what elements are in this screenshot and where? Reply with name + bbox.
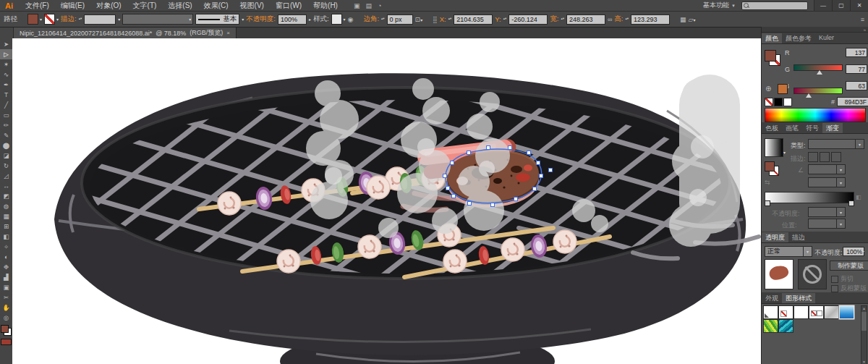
gradient-stop-start[interactable] (765, 200, 770, 206)
gradient-position-dropdown[interactable]: ▾ (808, 219, 846, 229)
lasso-tool[interactable]: ∿ (0, 69, 12, 80)
make-mask-button[interactable]: 制作蒙版 (830, 261, 868, 271)
reference-point-icon[interactable]: ⣿ (433, 16, 438, 23)
blob-brush-tool[interactable]: ⬤ (0, 140, 12, 151)
menu-item[interactable]: 编辑(E) (55, 1, 90, 11)
invert-mask-checkbox[interactable] (831, 285, 838, 292)
width-stepper[interactable]: ▴▾ (561, 17, 564, 21)
blend-mode-dropdown[interactable]: 正常▾ (765, 246, 812, 257)
opacity-value-field[interactable]: 100% (843, 247, 864, 256)
stroke-weight-link[interactable]: 描边: (61, 14, 77, 24)
reverse-gradient-icon[interactable]: ⇆ (765, 179, 770, 186)
stroke-color-swatch[interactable] (44, 14, 55, 25)
y-field[interactable]: -260.124 (509, 14, 548, 25)
x-field[interactable]: 2104.635 (454, 14, 493, 25)
menu-item[interactable]: 帮助(H) (307, 1, 344, 11)
menu-item[interactable]: 文字(T) (127, 1, 163, 11)
gradient-fill-stroke-proxy[interactable] (765, 161, 779, 176)
stroke-within-icon[interactable] (808, 152, 818, 162)
stroke-along-icon[interactable] (820, 152, 830, 162)
panel-tab[interactable]: 颜色 (762, 33, 782, 43)
blend-tool[interactable]: ◐ (0, 252, 12, 262)
transform-icon[interactable]: ▦ (680, 16, 686, 23)
cs-live-icon[interactable]: ◔ (378, 2, 381, 9)
clip-checkbox[interactable] (831, 276, 838, 283)
gradient-type-dropdown[interactable]: ▾ (808, 139, 864, 149)
slice-tool[interactable]: ✂ (0, 292, 12, 302)
gradient-tool[interactable]: ◧ (0, 232, 12, 242)
brush-definition-dropdown[interactable]: 基本 (195, 14, 239, 25)
mask-thumbnail-slot[interactable] (798, 259, 827, 289)
selection-tool[interactable]: ➤ (0, 39, 12, 49)
fill-proxy-swatch[interactable] (765, 161, 775, 172)
menu-item[interactable]: 窗口(W) (270, 1, 307, 11)
panel-tab[interactable]: Kuler (815, 33, 838, 43)
scroll-thumb[interactable] (861, 312, 867, 331)
gradient-thumbnail[interactable] (765, 138, 783, 157)
panel-tab[interactable]: 渐变 (822, 123, 843, 133)
style-none-fill[interactable] (779, 306, 793, 318)
workspace-switcher[interactable]: 基本功能 ▼ (703, 1, 736, 10)
pencil-tool[interactable]: ✎ (0, 130, 12, 140)
channel-slider[interactable] (793, 64, 843, 71)
line-segment-tool[interactable]: ╱ (0, 100, 12, 110)
scroll-up-icon[interactable]: ▲ (861, 306, 867, 310)
white-swatch[interactable] (783, 98, 792, 106)
style-white[interactable] (794, 306, 808, 318)
channel-slider[interactable] (793, 88, 843, 94)
panel-tab[interactable]: 符号 (802, 123, 822, 133)
style-default[interactable] (764, 306, 778, 318)
eyedropper-tool[interactable]: ✧ (0, 242, 12, 252)
menu-item[interactable]: 对象(O) (90, 1, 127, 11)
channel-value-field[interactable]: 77 (846, 64, 867, 74)
panel-tab[interactable]: 描边 (788, 232, 809, 242)
align-dropdown-icon[interactable]: ⊡▾ (415, 16, 423, 23)
web-safe-icon[interactable]: ⊕ (765, 85, 771, 93)
gradient-stop-end[interactable] (848, 200, 854, 206)
none-swatch[interactable] (765, 98, 773, 106)
style-teal-pattern[interactable] (779, 320, 793, 332)
corner-field[interactable]: 0 px (387, 14, 413, 25)
gradient-angle-dropdown[interactable]: ▾ (808, 164, 846, 174)
style-swatch-pair[interactable] (809, 306, 823, 318)
corner-link[interactable]: 边角: (363, 14, 379, 24)
panel-tab[interactable]: 图形样式 (782, 293, 815, 303)
variable-width-profile-dropdown[interactable]: ▾ (122, 14, 193, 25)
corner-stepper[interactable]: ▴▾ (381, 17, 385, 21)
panel-tab[interactable]: 画笔 (782, 123, 802, 133)
tab-close-icon[interactable]: × (226, 30, 230, 36)
fill-stroke-proxy[interactable] (1, 325, 12, 336)
menu-item[interactable]: 效果(C) (198, 1, 234, 11)
fill-proxy-swatch[interactable] (765, 50, 776, 62)
recolor-artwork-icon[interactable]: ◉ (348, 16, 354, 23)
opacity-field[interactable]: 100% (278, 14, 307, 25)
collapse-control-icon[interactable]: ≡ (861, 16, 864, 23)
style-blue-gradient[interactable] (840, 306, 854, 318)
stroke-weight-field[interactable] (84, 14, 116, 25)
gradient-ramp[interactable] (765, 192, 854, 203)
panel-tab[interactable]: 色板 (762, 123, 782, 133)
artboard-tool[interactable]: ▣ (0, 282, 12, 292)
web-color-swatch[interactable] (778, 84, 788, 94)
symbol-sprayer-tool[interactable]: ❉ (0, 262, 12, 272)
column-graph-tool[interactable]: ▟ (0, 272, 12, 282)
close-button[interactable]: ✕ (850, 0, 868, 11)
height-stepper[interactable]: ▴▾ (625, 17, 629, 21)
chevron-right-icon[interactable]: ▸ (309, 17, 311, 22)
menu-item[interactable]: 视图(V) (234, 1, 270, 11)
chevron-right-icon[interactable]: ▸ (862, 248, 864, 253)
artboard[interactable] (12, 38, 762, 364)
stroke-across-icon[interactable] (831, 152, 841, 162)
width-tool[interactable]: ↔ (0, 181, 12, 191)
scrollbar[interactable]: ▲ ▼ (861, 305, 867, 364)
hand-tool[interactable]: ✋ (0, 302, 12, 313)
arrange-documents-icon[interactable]: ▤ (365, 2, 372, 9)
hex-field[interactable]: 894D3F (837, 97, 868, 106)
eraser-tool[interactable]: ◪ (0, 151, 12, 161)
panel-tab[interactable]: 外观 (762, 293, 782, 303)
chevron-down-icon[interactable]: ▾ (118, 17, 120, 22)
type-tool[interactable]: T (0, 90, 12, 100)
style-green-pattern[interactable] (764, 320, 778, 332)
rectangle-tool[interactable]: ▭ (0, 110, 12, 120)
document-tab[interactable]: Nipic_12106414_20200727164818426088.ai* … (14, 27, 237, 38)
